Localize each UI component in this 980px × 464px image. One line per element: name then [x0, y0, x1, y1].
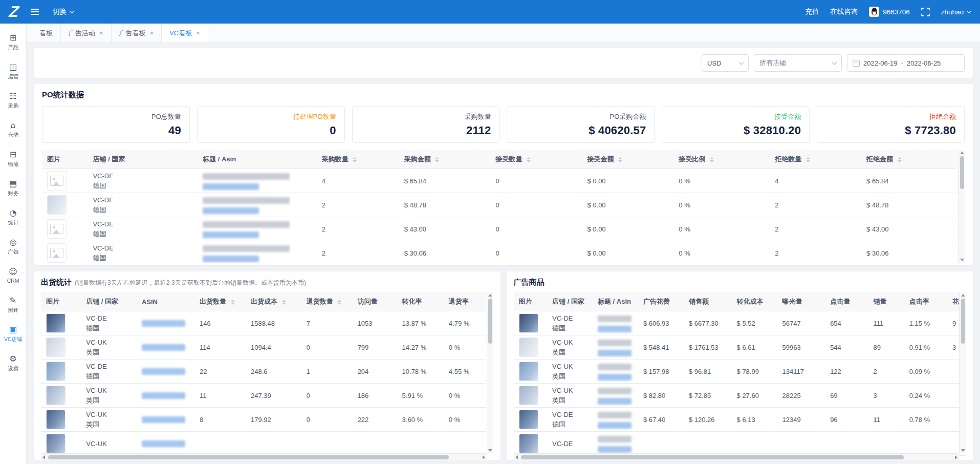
visits-cell: 799 — [353, 335, 397, 360]
po-table-row: VC-DE 德国 2 $ 48.78 0 — [42, 193, 957, 217]
scroll-down-arrow[interactable] — [961, 449, 965, 452]
currency-select[interactable]: USD — [702, 54, 749, 72]
blurred-product-title — [598, 340, 631, 346]
store-country: 英国 — [86, 395, 132, 405]
tab-close-icon[interactable]: × — [99, 30, 103, 36]
switch-menu[interactable]: 切换 — [52, 7, 74, 16]
sidebar-item[interactable]: ⌂ 仓储 — [0, 115, 26, 144]
tab-close-icon[interactable]: × — [196, 30, 200, 36]
user-menu[interactable]: zhuhao — [941, 8, 971, 16]
scroll-up-arrow[interactable] — [488, 294, 492, 297]
column-header: 店铺 / 国家 — [88, 150, 198, 169]
shipment-horizontal-scrollbar[interactable] — [41, 453, 487, 460]
store-country: 德国 — [552, 323, 587, 333]
ship-qty-cell: 8 — [194, 408, 246, 432]
column-header-label: 拒绝数量 — [775, 155, 801, 163]
online-support-link[interactable]: 在线咨询 — [830, 7, 858, 16]
scrollbar-thumb[interactable] — [48, 455, 449, 459]
sidebar-item[interactable]: ◫ 运营 — [0, 57, 26, 86]
sidebar-item[interactable]: ⚙ 设置 — [0, 349, 26, 378]
ship-cost-cell: 1094.4 — [246, 335, 301, 360]
tab[interactable]: 广告看板 × — [112, 24, 162, 43]
scroll-left-arrow[interactable] — [42, 455, 45, 459]
shipment-vertical-scrollbar[interactable] — [487, 292, 493, 453]
column-header[interactable]: 出货成本 — [246, 292, 301, 311]
column-header[interactable]: 拒绝金额 — [861, 150, 957, 169]
scroll-up-arrow[interactable] — [960, 152, 964, 154]
po-vertical-scrollbar[interactable] — [958, 150, 965, 263]
scroll-right-arrow[interactable] — [955, 455, 957, 459]
scrollbar-thumb[interactable] — [488, 299, 492, 344]
stat-value: $ 40620.57 — [515, 124, 646, 137]
sidebar-item[interactable]: ☷ 采购 — [0, 86, 26, 115]
sidebar-item[interactable]: ◎ 广告 — [0, 232, 26, 261]
ad-spend-cell — [638, 432, 684, 456]
scroll-down-arrow[interactable] — [488, 449, 492, 452]
scroll-up-arrow[interactable] — [961, 294, 965, 297]
column-header: 点击率 — [904, 292, 947, 311]
reject-qty-cell: 2 — [770, 241, 861, 263]
cpa-cell: $ 27.60 — [732, 384, 777, 408]
store-select[interactable]: 所有店铺 — [754, 54, 842, 72]
tab-close-icon[interactable]: × — [150, 30, 154, 36]
fullscreen-icon[interactable] — [921, 8, 930, 16]
sidebar-item[interactable]: ▤ 财务 — [0, 174, 26, 203]
sidebar-item[interactable]: ◔ 统计 — [0, 203, 26, 232]
column-header[interactable]: 接受金额 — [582, 150, 673, 169]
impressions-cell — [777, 432, 825, 456]
column-header[interactable]: 采购金额 — [399, 150, 491, 169]
ship-cost-cell: 179.92 — [246, 408, 301, 432]
column-header[interactable]: 拒绝数量 — [770, 150, 861, 169]
sidebar-item[interactable]: ✎ 测评 — [0, 290, 26, 320]
qq-contact[interactable]: 9663706 — [869, 7, 910, 17]
column-header[interactable]: 退货数量 — [301, 292, 353, 311]
ship-cost-cell: 1588.48 — [246, 311, 301, 335]
blurred-asin-link — [598, 350, 631, 356]
cpa-cell: $ 6.61 — [732, 335, 777, 360]
tab[interactable]: 看板 × — [32, 24, 61, 43]
stat-label: 接受金额 — [670, 112, 801, 121]
sidebar-item-icon: ◫ — [9, 63, 17, 71]
column-header[interactable]: 出货数量 — [194, 292, 246, 311]
recharge-link[interactable]: 充值 — [805, 7, 819, 16]
sales-cell: $ 6677.30 — [684, 311, 732, 335]
menu-toggle-icon[interactable] — [30, 7, 40, 16]
shipment-note: (销量数据有3天左右的延迟，最近2-3天是获取不到后台的销量数据。成本货币为本币… — [75, 279, 306, 287]
sidebar-item-label: 采购 — [8, 102, 18, 109]
tab[interactable]: 广告活动 × — [61, 24, 112, 43]
reject-amount-cell: $ 65.84 — [861, 169, 957, 193]
scrollbar-thumb[interactable] — [521, 455, 904, 459]
cpa-cell: $ 78.99 — [732, 360, 777, 384]
brand-logo[interactable]: Z — [8, 4, 18, 19]
scroll-left-arrow[interactable] — [515, 455, 518, 459]
scrollbar-thumb[interactable] — [960, 156, 964, 189]
store-country: 英国 — [552, 347, 587, 357]
ship-qty-cell: 11 — [194, 384, 246, 408]
column-header[interactable]: 接受比例 — [673, 150, 770, 169]
stat-value: 49 — [51, 124, 181, 137]
tab[interactable]: VC看板 × — [162, 24, 208, 43]
sidebar-item[interactable]: ⊞ 产品 — [0, 28, 26, 57]
ads-horizontal-scrollbar[interactable] — [514, 453, 960, 460]
ship-cost-cell — [246, 432, 301, 456]
column-header-label: 店铺 / 国家 — [552, 298, 584, 305]
ads-vertical-scrollbar[interactable] — [959, 292, 966, 453]
scrollbar-thumb[interactable] — [961, 299, 965, 344]
po-stat-cards: PO总数量 49 待处理PO数量 0 采购数量 2112 — [42, 106, 965, 143]
sidebar-item[interactable]: ▣ VC店铺 — [0, 320, 26, 349]
blurred-asin-link — [142, 416, 185, 423]
product-image — [47, 219, 67, 239]
scroll-down-arrow[interactable] — [960, 259, 964, 261]
column-header: 退货率 — [444, 292, 486, 311]
date-range-picker[interactable]: 2022-06-19 - 2022-06-25 — [847, 54, 965, 72]
column-header[interactable]: 接受数量 — [491, 150, 582, 169]
store-country: 德国 — [552, 419, 587, 429]
column-header[interactable]: 采购数量 — [317, 150, 399, 169]
sidebar-item[interactable]: ⊟ 物流 — [0, 144, 26, 174]
sidebar-item[interactable]: ☺ CRM — [0, 261, 26, 290]
sidebar-item-icon: ▤ — [9, 180, 17, 188]
scroll-right-arrow[interactable] — [483, 455, 485, 459]
store-name: VC-UK — [86, 386, 132, 395]
blurred-asin-link — [203, 256, 259, 262]
shipment-card: 出货统计 (销量数据有3天左右的延迟，最近2-3天是获取不到后台的销量数据。成本… — [34, 271, 500, 460]
